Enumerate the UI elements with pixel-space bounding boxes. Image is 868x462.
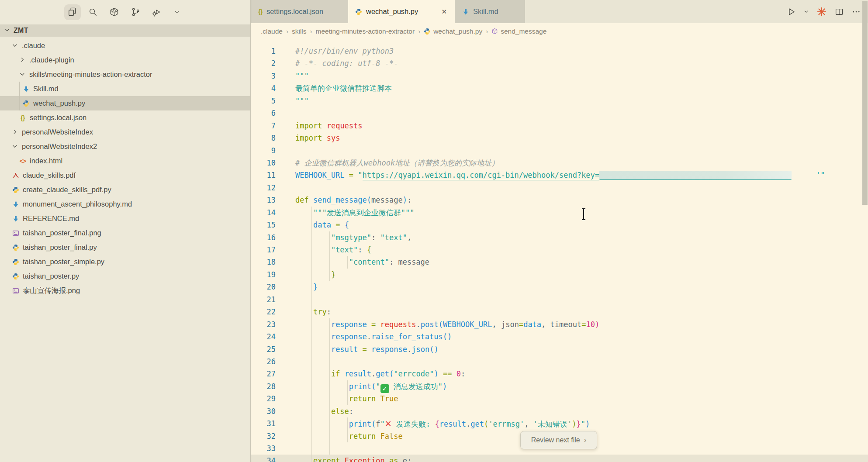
tree-item-index.html[interactable]: <>index.html: [0, 154, 250, 168]
code-text: }: [276, 281, 868, 293]
tab-wechat-push-py[interactable]: wechat_push.py✕: [348, 0, 455, 23]
extensions-icon[interactable]: [109, 7, 120, 17]
tree-item-.claude[interactable]: .claude: [0, 38, 250, 53]
run-icon[interactable]: [786, 7, 796, 17]
code-line-10[interactable]: 10# 企业微信群机器人webhook地址（请替换为您的实际地址）: [251, 157, 868, 169]
tree-item-taishan-poster-final.py[interactable]: taishan_poster_final.py: [0, 240, 250, 255]
code-line-20[interactable]: 20 }: [251, 281, 868, 293]
chevron-down-icon: [11, 143, 20, 150]
review-next-file-button[interactable]: Review next file ›: [520, 431, 597, 449]
code-line-25[interactable]: 25 result = response.json(): [251, 343, 868, 355]
chevron-down-icon[interactable]: [173, 8, 183, 19]
code-line-11[interactable]: 11WEBHOOK_URL = "https://qyapi.weixin.qq…: [251, 169, 868, 181]
tab-skill-md[interactable]: Skill.md: [455, 0, 525, 23]
code-line-17[interactable]: 17 "text": {: [251, 244, 868, 256]
code-line-15[interactable]: 15 data = {: [251, 219, 868, 231]
run-debug-icon[interactable]: [152, 7, 162, 17]
code-text: def send_message(message):: [276, 194, 868, 206]
indent-guide: [329, 417, 330, 430]
breadcrumb-item-.claude[interactable]: .claude: [261, 28, 283, 35]
line-number: 19: [251, 269, 276, 281]
code-line-2[interactable]: 2# -*- coding: utf-8 -*-: [251, 57, 868, 69]
tree-item-personalwebsiteindex2[interactable]: personalWebsiteIndex2: [0, 139, 250, 154]
tab-settings-local-json[interactable]: {}settings.local.json: [251, 0, 348, 23]
code-line-7[interactable]: 7import requests: [251, 120, 868, 132]
scrollbar[interactable]: [862, 1, 868, 205]
split-editor-icon[interactable]: [834, 7, 844, 17]
code-line-23[interactable]: 23 response = requests.post(WEBHOOK_URL,…: [251, 318, 868, 331]
tree-item-skills-meeting-minutes-action-extractor[interactable]: skills\meeting-minutes-action-extractor: [0, 67, 250, 82]
code-line-22[interactable]: 22 try:: [251, 306, 868, 318]
code-line-26[interactable]: 26: [251, 355, 868, 368]
tree-item-personalwebsiteindex[interactable]: personalWebsiteIndex: [0, 125, 250, 139]
tree-item-wechat-push.py[interactable]: wechat_push.py: [0, 96, 250, 110]
cross-emoji: ✕: [385, 419, 392, 428]
line-number: 33: [251, 442, 276, 455]
source-control-icon[interactable]: [131, 7, 141, 17]
code-line-12[interactable]: 12: [251, 182, 868, 194]
code-line-19[interactable]: 19 }: [251, 269, 868, 281]
indent-guide: [311, 405, 312, 417]
close-icon[interactable]: ✕: [440, 7, 448, 17]
code-line-28[interactable]: 28 print("✓ 消息发送成功"): [251, 380, 868, 393]
code-line-18[interactable]: 18 "content": message: [251, 256, 868, 268]
line-number: 15: [251, 219, 276, 231]
tree-item-taishan-poster-final.png[interactable]: taishan_poster_final.png: [0, 226, 250, 240]
code-line-3[interactable]: 3""": [251, 70, 868, 82]
line-number: 1: [251, 45, 276, 57]
indent-guide: [311, 231, 312, 244]
tree-item-reference.md[interactable]: REFERENCE.md: [0, 211, 250, 226]
tree-item-skill.md[interactable]: Skill.md: [0, 82, 250, 96]
code-line-8[interactable]: 8import sys: [251, 132, 868, 144]
line-number: 21: [251, 293, 276, 306]
line-number: 10: [251, 157, 276, 169]
code-line-16[interactable]: 16 "msgtype": "text",: [251, 231, 868, 244]
code-line-29[interactable]: 29 return True: [251, 393, 868, 405]
line-number: 8: [251, 132, 276, 144]
code-editor[interactable]: 1#!/usr/bin/env python32# -*- coding: ut…: [251, 39, 868, 462]
md-file-icon: [462, 8, 469, 15]
more-actions-icon[interactable]: [851, 7, 861, 17]
line-number: 7: [251, 120, 276, 132]
project-header[interactable]: ZMT: [0, 24, 250, 37]
tree-item-taishan-poster-simple.py[interactable]: taishan_poster_simple.py: [0, 255, 250, 269]
line-number: 5: [251, 95, 276, 107]
code-text: if result.get("errcode") == 0:: [276, 368, 868, 380]
line-number: 9: [251, 145, 276, 157]
search-icon[interactable]: [88, 7, 98, 17]
code-line-14[interactable]: 14 """发送消息到企业微信群""": [251, 207, 868, 219]
breadcrumb-item-send-message[interactable]: send_message: [491, 28, 546, 35]
code-line-31[interactable]: 31 print(f"✕ 发送失败: {result.get('errmsg',…: [251, 417, 868, 430]
run-options-icon[interactable]: [803, 9, 809, 14]
tree-item-create-claude-skills-pdf.py[interactable]: create_claude_skills_pdf.py: [0, 183, 250, 197]
indent-guide: [329, 442, 330, 455]
code-line-9[interactable]: 9: [251, 145, 868, 157]
code-line-21[interactable]: 21: [251, 293, 868, 306]
code-line-30[interactable]: 30 else:: [251, 405, 868, 417]
indent-guide: [311, 343, 312, 355]
tree-item-monument-ascent-philosophy.md[interactable]: monument_ascent_philosophy.md: [0, 197, 250, 211]
code-line-13[interactable]: 13def send_message(message):: [251, 194, 868, 206]
explorer-icon[interactable]: [67, 7, 78, 17]
code-line-27[interactable]: 27 if result.get("errcode") == 0:: [251, 368, 868, 380]
code-line-34[interactable]: 34 except Exception as e:: [251, 455, 868, 462]
tree-item-.claude-plugin[interactable]: .claude-plugin: [0, 53, 250, 67]
indent-guide: [311, 256, 312, 268]
tree-item-claude-skills.pdf[interactable]: claude_skills.pdf: [0, 168, 250, 183]
tree-item-taishan-poster.py[interactable]: taishan_poster.py: [0, 269, 250, 283]
code-lines: 1#!/usr/bin/env python32# -*- coding: ut…: [251, 39, 868, 462]
tree-item-settings.local.json[interactable]: {}settings.local.json: [0, 110, 250, 125]
breadcrumb-item-wechat-push.py[interactable]: wechat_push.py: [424, 28, 482, 35]
tree-item-label: monument_ascent_philosophy.md: [23, 200, 132, 208]
claude-icon[interactable]: [816, 7, 827, 17]
code-line-5[interactable]: 5""": [251, 95, 868, 107]
code-line-6[interactable]: 6: [251, 107, 868, 119]
breadcrumb-item-skills[interactable]: skills: [292, 28, 307, 35]
breadcrumb-item-meeting-minutes-action-extractor[interactable]: meeting-minutes-action-extractor: [316, 28, 415, 35]
code-line-24[interactable]: 24 response.raise_for_status(): [251, 331, 868, 343]
sidebar: ZMT .claude.claude-pluginskills\meeting-…: [0, 0, 251, 462]
code-line-1[interactable]: 1#!/usr/bin/env python3: [251, 45, 868, 57]
tree-item--.png[interactable]: 泰山宣传海报.png: [0, 283, 250, 298]
code-text: except Exception as e:: [276, 455, 868, 462]
code-line-4[interactable]: 4最简单的企业微信群推送脚本: [251, 82, 868, 94]
